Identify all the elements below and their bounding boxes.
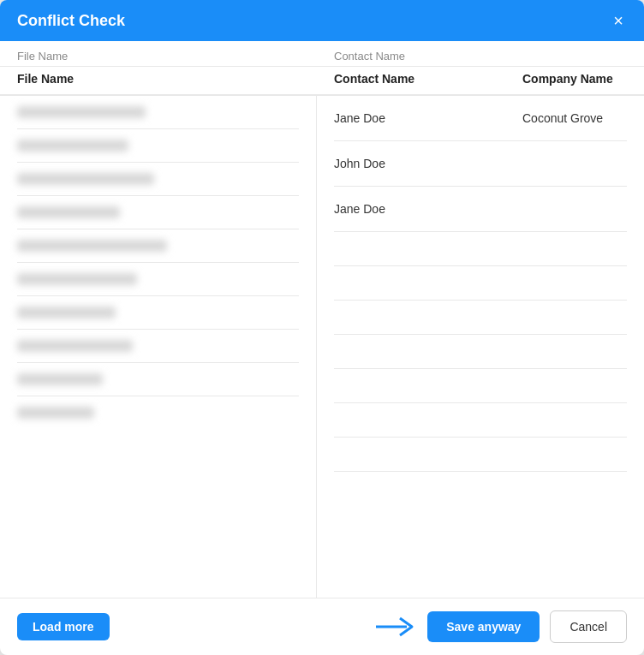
col-label-filename: File Name xyxy=(17,50,334,63)
close-button[interactable]: × xyxy=(610,9,627,33)
contact-name: Jane Doe xyxy=(334,202,522,216)
table-content: Jane DoeCoconut GroveJohn DoeJane Doe xyxy=(0,96,644,598)
modal-footer: Load more Save anyway Cancel xyxy=(0,598,644,655)
list-item: Jane Doe xyxy=(334,187,627,232)
cancel-button[interactable]: Cancel xyxy=(550,610,627,643)
empty-row xyxy=(334,266,627,301)
right-panel: Jane DoeCoconut GroveJohn DoeJane Doe xyxy=(317,96,644,598)
col-label-contact: Contact Name xyxy=(334,50,627,63)
footer-right: Save anyway Cancel xyxy=(376,610,627,643)
column-labels-row: File Name Contact Name xyxy=(0,41,644,67)
table-row xyxy=(17,196,299,229)
th-company: Company Name xyxy=(522,72,627,86)
empty-row xyxy=(334,232,627,266)
empty-row xyxy=(334,438,627,472)
empty-row xyxy=(334,301,627,335)
contact-name: John Doe xyxy=(334,157,522,170)
company-name: Coconut Grove xyxy=(522,111,627,125)
table-header-row: File Name Contact Name Company Name xyxy=(0,67,644,96)
modal-body: File Name Contact Name File Name Contact… xyxy=(0,41,644,598)
table-row xyxy=(17,263,299,296)
empty-row xyxy=(334,335,627,369)
table-row xyxy=(17,396,299,429)
contact-name: Jane Doe xyxy=(334,111,522,125)
left-panel xyxy=(0,96,317,598)
load-more-button[interactable]: Load more xyxy=(17,613,110,640)
list-item: John Doe xyxy=(334,141,627,187)
table-row xyxy=(17,363,299,396)
table-row xyxy=(17,129,299,163)
empty-row xyxy=(334,403,627,438)
th-filename: File Name xyxy=(17,72,334,86)
table-row xyxy=(17,96,299,129)
empty-row xyxy=(334,369,627,403)
save-anyway-button[interactable]: Save anyway xyxy=(427,611,540,642)
table-row xyxy=(17,163,299,196)
modal-title: Conflict Check xyxy=(17,12,125,30)
modal-header: Conflict Check × xyxy=(0,0,644,41)
table-row xyxy=(17,296,299,330)
table-row xyxy=(17,330,299,363)
table-row xyxy=(17,229,299,263)
th-contact: Contact Name xyxy=(334,72,522,86)
list-item: Jane DoeCoconut Grove xyxy=(334,96,627,141)
arrow-right-icon xyxy=(376,615,417,639)
conflict-check-modal: Conflict Check × File Name Contact Name … xyxy=(0,0,644,655)
